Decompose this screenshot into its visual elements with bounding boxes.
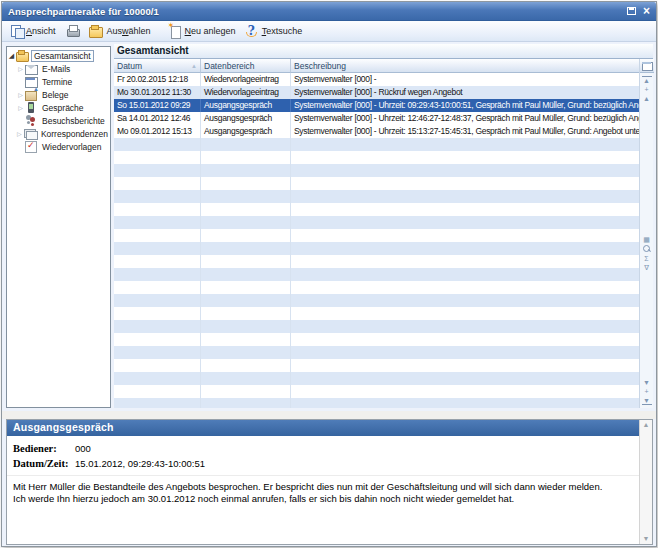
table-cell <box>201 359 291 372</box>
titlebar[interactable]: Ansprechpartnerakte für 10000/1 × <box>2 2 656 21</box>
close-icon[interactable]: × <box>643 6 650 16</box>
table-empty-row <box>114 242 639 255</box>
toolbar-button-label: Auswählen <box>107 26 151 36</box>
column-header-beschreibung[interactable]: Beschreibung <box>291 59 639 73</box>
detail-body-text: Mit Herr Müller die Bestandteile des Ang… <box>7 476 639 510</box>
scroll-up-icon[interactable]: ▲ <box>643 421 650 429</box>
column-chooser-icon[interactable] <box>640 59 654 73</box>
detail-field-label: Bediener: <box>13 443 75 454</box>
table-cell <box>291 385 639 398</box>
table-cell <box>114 138 201 151</box>
table-cell <box>201 398 291 408</box>
scroll-up-icon[interactable]: ▲ <box>642 95 652 102</box>
table-cell <box>291 203 639 216</box>
sidebar-item-belege[interactable]: ▷Belege <box>7 88 110 101</box>
sum-icon[interactable]: Σ <box>642 255 652 262</box>
tree-item-label: Besuchsberichte <box>40 116 107 126</box>
tree-item-label: E-Mails <box>40 64 72 74</box>
table-row[interactable]: So 15.01.2012 09:29AusgangsgesprächSyste… <box>114 99 639 112</box>
tree-item-label: Belege <box>40 90 70 100</box>
ansicht-button[interactable]: Ansicht <box>6 23 60 39</box>
sidebar-item-gesamtansicht[interactable]: ◢Gesamtansicht <box>7 49 110 62</box>
sidebar-item-e-mails[interactable]: ▷E-Mails <box>7 62 110 75</box>
table-header: Datum▲DatenbereichBeschreibung <box>114 59 639 73</box>
table-empty-row <box>114 190 639 203</box>
table-cell <box>291 320 639 333</box>
table-empty-row <box>114 398 639 408</box>
column-header-datenbereich[interactable]: Datenbereich <box>201 59 291 73</box>
collapse-icon[interactable]: ◢ <box>7 52 16 60</box>
toolbar-button-label: Textsuche <box>262 26 303 36</box>
column-header-label: Datenbereich <box>204 61 255 71</box>
table-cell <box>291 255 639 268</box>
restore-icon[interactable] <box>627 7 636 15</box>
table-cell <box>114 190 201 203</box>
grid-side-toolbar: ▲+▲▦Σ∇▼+▼ <box>639 59 653 408</box>
grid-settings-icon[interactable]: ▦ <box>642 236 652 243</box>
column-header-datum[interactable]: Datum▲ <box>114 59 201 73</box>
table-cell <box>291 164 639 177</box>
table-cell <box>114 242 201 255</box>
neu-anlegen-button[interactable]: Neu anlegen <box>165 23 240 39</box>
table-cell <box>201 255 291 268</box>
table-empty-row <box>114 307 639 320</box>
tree-item-label: Korrespondenzen <box>39 129 110 139</box>
table-cell <box>291 177 639 190</box>
table-cell <box>291 190 639 203</box>
scroll-down-icon[interactable]: ▼ <box>642 379 652 386</box>
expand-icon[interactable]: ▷ <box>16 91 25 98</box>
sidebar-item-gespr-che[interactable]: ▷Gespräche <box>7 101 110 114</box>
table-empty-row <box>114 281 639 294</box>
expand-icon[interactable]: ▷ <box>15 130 24 137</box>
table-cell <box>114 372 201 385</box>
print-button[interactable] <box>62 23 83 39</box>
expand-icon[interactable]: ▷ <box>16 104 25 111</box>
sidebar-item-termine[interactable]: Termine <box>7 75 110 88</box>
letters-icon <box>24 128 37 139</box>
filter-icon[interactable]: ∇ <box>642 264 652 271</box>
phone-icon <box>25 102 38 113</box>
table-cell <box>291 346 639 359</box>
table-cell <box>114 177 201 190</box>
table-cell <box>114 164 201 177</box>
table-cell <box>114 216 201 229</box>
scroll-bottom-icon[interactable]: ▼ <box>642 397 652 405</box>
table-cell: Systemverwalter [000] - Uhrzeit: 12:46:2… <box>291 112 639 125</box>
scroll-down-icon[interactable]: ▼ <box>643 535 650 543</box>
sidebar-item-besuchsberichte[interactable]: Besuchsberichte <box>7 114 110 127</box>
detail-panel: Ausgangsgespräch Bediener:000Datum/Zeit:… <box>6 419 653 545</box>
table-cell <box>291 359 639 372</box>
toolbar-button-label: Neu anlegen <box>185 26 236 36</box>
search-icon[interactable] <box>643 245 651 253</box>
detail-field-value: 000 <box>75 443 91 454</box>
table-cell <box>201 216 291 229</box>
table-row[interactable]: Mo 09.01.2012 15:13AusgangsgesprächSyste… <box>114 125 639 138</box>
tree-item-label: Gesamtansicht <box>31 50 94 62</box>
auswaehlen-button[interactable]: Auswählen <box>85 23 155 39</box>
table-cell <box>114 333 201 346</box>
table-row[interactable]: Sa 14.01.2012 12:46AusgangsgesprächSyste… <box>114 112 639 125</box>
table-empty-row <box>114 177 639 190</box>
textsuche-button[interactable]: Textsuche <box>242 23 307 39</box>
strip-group-top: ▲+▲ <box>642 73 652 105</box>
sidebar-item-korrespondenzen[interactable]: ▷Korrespondenzen <box>7 127 110 140</box>
table-cell: Systemverwalter [000] - Uhrzeit: 15:13:2… <box>291 125 639 138</box>
table-row[interactable]: Fr 20.02.2015 12:18WiedervorlageeintragS… <box>114 73 639 86</box>
table-cell: Mo 30.01.2012 11:30 <box>114 86 201 99</box>
insert-row-icon[interactable]: + <box>642 388 652 395</box>
table-empty-row <box>114 216 639 229</box>
table-row[interactable]: Mo 30.01.2012 11:30WiedervorlageeintragS… <box>114 86 639 99</box>
table-empty-row <box>114 255 639 268</box>
scroll-top-icon[interactable]: ▲ <box>642 76 652 84</box>
table-cell: So 15.01.2012 09:29 <box>114 99 201 112</box>
table-cell: Systemverwalter [000] - Uhrzeit: 09:29:4… <box>291 99 639 112</box>
insert-row-icon[interactable]: + <box>642 86 652 93</box>
table-cell: Wiedervorlageeintrag <box>201 86 291 99</box>
sidebar-item-wiedervorlagen[interactable]: Wiedervorlagen <box>7 140 110 153</box>
expand-icon[interactable]: ▷ <box>16 65 25 72</box>
table-cell <box>201 307 291 320</box>
detail-scrollbar[interactable]: ▲ ▼ <box>639 420 652 544</box>
table-cell <box>201 138 291 151</box>
table-cell <box>114 398 201 408</box>
table-cell: Wiedervorlageeintrag <box>201 73 291 86</box>
